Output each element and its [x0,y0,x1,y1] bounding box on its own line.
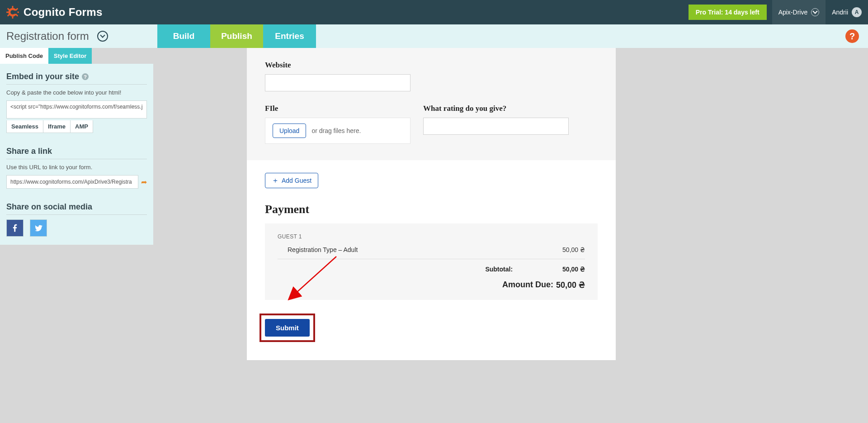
add-guest-button[interactable]: ＋ Add Guest [265,173,318,188]
embed-code-textarea[interactable] [6,100,147,119]
add-guest-wrap: ＋ Add Guest [247,160,616,188]
panel-tabs: Publish Code Style Editor [0,48,153,64]
rating-field: What rating do you give? [423,104,569,144]
svg-rect-2 [12,6,14,8]
submit-button[interactable]: Submit [265,319,310,337]
code-tab-iframe[interactable]: Iframe [43,120,71,133]
twitter-icon [34,223,43,233]
twitter-share-button[interactable] [30,219,47,237]
facebook-icon [10,223,19,233]
payment-subtotal-row: Subtotal: 50,00 ₴ [278,263,585,276]
payment-line-item: Registration Type – Adult 50,00 ₴ [278,244,585,255]
chevron-down-icon [811,8,819,16]
sub-header: Registration form Build Publish Entries … [0,24,868,48]
main-tabs: Build Publish Entries [157,24,316,48]
website-input[interactable] [265,74,410,91]
top-header: Cognito Forms Pro Trial: 14 days left Ap… [0,0,868,24]
tab-entries[interactable]: Entries [263,24,316,48]
code-tab-seamless[interactable]: Seamless [7,120,43,133]
file-upload-area[interactable]: Upload or drag files here. [265,118,410,144]
trial-badge[interactable]: Pro Trial: 14 days left [689,5,767,20]
help-button[interactable]: ? [845,29,859,43]
payment-title: Payment [265,203,598,216]
plus-icon: ＋ [272,177,279,184]
share-link-input[interactable] [6,175,138,189]
file-field: FIle Upload or drag files here. [265,104,410,144]
gear-icon [6,6,19,19]
submit-highlight-box: Submit [259,314,315,342]
payment-guest-label: GUEST 1 [278,233,585,240]
payment-due-row: Amount Due: 50,00 ₴ [278,276,585,290]
tab-publish[interactable]: Publish [210,24,263,48]
subtotal-label: Subtotal: [485,266,513,273]
share-link-title: Share a link [6,147,147,159]
tab-build[interactable]: Build [157,24,210,48]
share-link-desc: Use this URL to link to your form. [6,164,147,171]
user-menu[interactable]: Andrii A [826,0,868,24]
org-dropdown[interactable]: Apix-Drive [772,0,826,24]
add-guest-label: Add Guest [282,177,311,184]
divider [278,259,585,259]
form-title-group: Registration form [0,24,157,48]
rating-label: What rating do you give? [423,104,569,113]
due-value: 50,00 ₴ [556,280,585,290]
payment-line-name: Registration Type – Adult [288,246,358,253]
code-tab-amp[interactable]: AMP [71,120,93,133]
embed-title-text: Embed in your site [6,72,79,81]
left-panel: Publish Code Style Editor Embed in your … [0,48,153,245]
form-title-dropdown[interactable] [97,31,108,42]
social-buttons [6,219,147,237]
website-label: Website [265,61,598,70]
share-link-row: ➦ [6,175,147,189]
payment-box: GUEST 1 Registration Type – Adult 50,00 … [265,223,598,300]
upload-button[interactable]: Upload [273,124,306,138]
due-label: Amount Due: [502,280,553,290]
brand-logo[interactable]: Cognito Forms [6,6,103,19]
form-preview: Website FIle Upload or drag files here. … [247,48,616,360]
subtotal-value: 50,00 ₴ [562,266,585,273]
help-icon[interactable]: ? [82,73,89,80]
embed-section-title: Embed in your site ? [6,72,147,85]
svg-rect-4 [6,12,9,13]
tab-publish-code[interactable]: Publish Code [0,48,48,64]
submit-wrap: Submit [247,300,616,342]
facebook-share-button[interactable] [6,219,24,237]
brand-name: Cognito Forms [24,6,103,19]
user-name: Andrii [832,9,848,16]
file-rating-row: FIle Upload or drag files here. What rat… [265,91,598,144]
tab-style-editor[interactable]: Style Editor [48,48,92,64]
svg-rect-3 [12,16,14,19]
form-fields-area: Website FIle Upload or drag files here. … [247,48,616,160]
payment-section: Payment GUEST 1 Registration Type – Adul… [247,188,616,300]
payment-line-price: 50,00 ₴ [562,246,585,253]
embed-desc: Copy & paste the code below into your ht… [6,89,147,96]
rating-input[interactable] [423,118,569,135]
panel-body: Embed in your site ? Copy & paste the co… [0,64,153,245]
file-label: FIle [265,104,410,113]
form-title: Registration form [6,30,89,43]
svg-rect-10 [14,11,18,14]
upload-hint: or drag files here. [311,127,361,134]
embed-code-tabs: Seamless Iframe AMP [6,120,93,133]
open-link-icon[interactable]: ➦ [141,178,147,186]
top-right-group: Pro Trial: 14 days left Apix-Drive Andri… [689,0,868,24]
avatar: A [852,7,862,17]
website-field: Website [265,48,598,91]
social-title: Share on social media [6,202,147,215]
org-name: Apix-Drive [778,9,808,16]
